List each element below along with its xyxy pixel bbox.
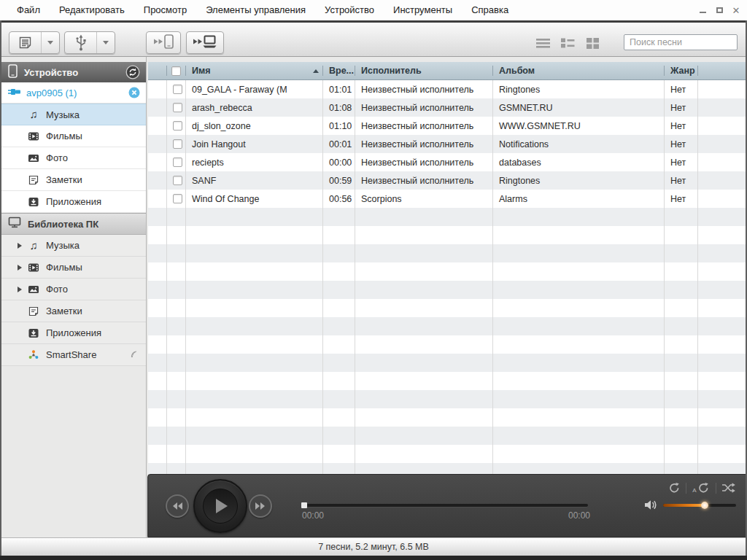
cell [355,445,493,463]
table-row[interactable]: Join Hangout00:01Неизвестный исполнитель… [148,135,747,153]
menu-item-3[interactable]: Элементы управления [196,0,315,20]
seek-bar[interactable] [302,504,588,507]
cell [186,244,323,262]
table-row[interactable]: SANF00:59Неизвестный исполнительRingtone… [148,171,747,190]
sidebar-item-label: SmartShare [46,349,128,360]
window-bottom-border [0,556,747,560]
menu-item-2[interactable]: Просмотр [134,0,196,20]
shuffle-button[interactable] [720,481,736,494]
usb-icon[interactable] [65,32,97,53]
menu-item-0[interactable]: Файл [7,0,50,20]
grid-view-button[interactable] [584,36,602,49]
row-checkbox[interactable] [173,139,182,149]
detail-view-button[interactable] [560,36,577,49]
cell [167,354,186,372]
row-checkbox[interactable] [173,158,182,167]
window-border-left [0,20,1,556]
refresh-icon [125,65,140,79]
expand-arrow-icon[interactable] [18,265,28,271]
menu-item-1[interactable]: Редактировать [50,0,134,20]
menu-item-5[interactable]: Инструменты [384,0,462,20]
playlist-options-button[interactable] [9,31,60,54]
document-list-icon[interactable] [9,32,42,53]
volume-handle[interactable] [701,502,708,509]
sidebar-item-label: Фильмы [46,262,146,273]
connection-options-button[interactable] [64,31,115,54]
remaining-time: 00:00 [561,510,590,521]
connection-options-dropdown[interactable] [97,32,115,53]
sidebar-item-label: Фильмы [46,131,146,141]
sidebar-library-item-memo[interactable]: Заметки [0,300,146,322]
column-header-album[interactable]: Альбом [493,62,665,79]
sidebar-library-item-photo[interactable]: Фото [0,279,146,300]
search-input[interactable] [624,34,738,50]
sidebar-library-item-apps[interactable]: Приложения [0,322,146,344]
smartshare-icon [28,349,39,361]
sidebar-library-item-music[interactable]: ♫Музыка [0,235,146,257]
volume-mute-button[interactable] [643,499,659,514]
table-row-empty [148,281,747,299]
minimize-button[interactable] [697,5,708,15]
music-icon: ♫ [28,109,39,120]
disconnect-button[interactable] [128,87,140,98]
table-row[interactable]: reciepts00:00Неизвестный исполнительdata… [148,153,747,171]
select-all-header[interactable] [167,62,186,79]
connected-device-item[interactable]: avp0905 (1) [0,82,146,104]
cell [167,335,186,354]
cell [323,262,355,281]
cell [323,335,355,354]
sidebar-device-item-music[interactable]: ♫Музыка [0,104,146,125]
maximize-button[interactable] [714,5,724,15]
cell [698,463,747,474]
expand-arrow-icon[interactable] [18,287,28,292]
row-checkbox[interactable] [173,176,182,185]
cell-album: Ringtones [493,80,665,98]
table-row[interactable]: 09_GALA - Faraway (M01:01Неизвестный исп… [148,80,747,98]
menu-item-4[interactable]: Устройство [315,0,384,20]
sidebar-device-item-apps[interactable]: Приложения [0,191,146,213]
table-row[interactable]: Wind Of Change00:56ScorpionsAlarmsНет [148,190,747,208]
sidebar-device-item-photo[interactable]: Фото [0,147,146,169]
menu-item-6[interactable]: Справка [462,0,518,20]
previous-button[interactable] [166,494,189,518]
cell-text: 00:00 [329,158,352,168]
repeat-a-button[interactable]: A [691,481,711,494]
transfer-to-pc-button[interactable] [186,31,224,54]
cell [355,427,493,445]
column-header-time[interactable]: Вре... [323,62,355,79]
next-icon [255,502,266,510]
expand-arrow-icon[interactable] [18,243,28,249]
cell [167,208,186,226]
row-checkbox[interactable] [173,194,182,203]
sidebar-device-item-memo[interactable]: Заметки [0,169,146,191]
status-bar: 7 песни, 5.2 минут, 6.5 MB [0,537,747,556]
next-button[interactable] [249,494,272,518]
cell-time: 00:59 [323,171,355,190]
column-header-artist[interactable]: Исполнитель [355,62,493,79]
sidebar-library-item-smartshare[interactable]: SmartShare [0,344,146,366]
select-all-checkbox[interactable] [171,66,181,76]
row-checkbox[interactable] [173,121,182,131]
row-checkbox[interactable] [173,85,182,94]
play-button[interactable] [193,479,247,533]
transfer-to-device-button[interactable] [146,31,181,54]
cell [665,208,698,226]
row-checkbox[interactable] [173,103,182,112]
refresh-button[interactable] [125,65,140,79]
seek-handle[interactable] [301,502,307,508]
cell [355,390,493,408]
sidebar-library-item-video[interactable]: Фильмы [0,257,146,279]
volume-slider[interactable] [663,504,736,507]
sidebar-device-item-video[interactable]: Фильмы [0,125,146,147]
table-row[interactable]: dj_slon_ozone01:10Неизвестный исполнител… [148,117,747,135]
column-header-genre[interactable]: Жанр [665,62,698,79]
list-view-button[interactable] [535,36,552,49]
repeat-button[interactable] [666,481,682,494]
cell-genre: Нет [665,171,698,190]
column-header-name[interactable]: Имя [186,62,323,79]
cell [186,317,323,335]
cell [186,281,323,299]
playlist-options-dropdown[interactable] [42,32,59,53]
close-button[interactable]: ✕ [731,5,741,15]
table-row[interactable]: arash_rebecca01:08Неизвестный исполнител… [148,98,747,117]
